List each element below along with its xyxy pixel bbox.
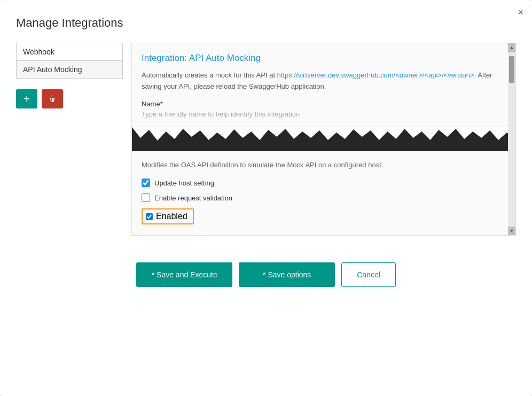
enabled-highlight: Enabled xyxy=(142,208,194,224)
list-actions: + xyxy=(16,89,123,108)
top-content: Integration: API Auto Mocking Automatica… xyxy=(132,43,515,127)
bottom-content: Modifies the OAS API definition to simul… xyxy=(132,151,515,236)
scroll-up-button[interactable]: ▲ xyxy=(508,43,515,52)
bottom-description: Modifies the OAS API definition to simul… xyxy=(142,160,499,170)
scroll-thumb[interactable] xyxy=(509,56,514,83)
cancel-button[interactable]: Cancel xyxy=(341,262,396,287)
modal-footer: * Save and Execute * Save options Cancel xyxy=(16,252,516,287)
left-panel: Webhook API Auto Mocking + xyxy=(16,43,123,236)
save-execute-button[interactable]: * Save and Execute xyxy=(136,262,232,287)
update-host-row: Update host setting xyxy=(142,178,499,187)
integration-description: Automatically creates a mock for this AP… xyxy=(142,70,499,92)
trash-icon xyxy=(48,95,57,103)
save-options-button[interactable]: * Save options xyxy=(239,262,335,287)
sidebar-item-webhook[interactable]: Webhook xyxy=(16,43,123,60)
add-integration-button[interactable]: + xyxy=(16,89,37,108)
enable-request-label: Enable request validation xyxy=(154,194,232,202)
api-link[interactable]: https://virtserver.dev.swaggerhub.com/<o… xyxy=(277,71,474,79)
enabled-label: Enabled xyxy=(156,212,187,221)
name-placeholder-text: Type a friendly name to help identify th… xyxy=(142,110,499,118)
enabled-row: Enabled xyxy=(142,208,499,224)
enable-request-checkbox[interactable] xyxy=(142,193,150,202)
scrollbar[interactable]: ▲ ▼ xyxy=(508,43,515,235)
update-host-checkbox[interactable] xyxy=(142,178,150,187)
modal-title: Manage Integrations xyxy=(16,16,516,30)
integration-title: Integration: API Auto Mocking xyxy=(142,53,499,64)
delete-integration-button[interactable] xyxy=(42,89,63,108)
jagged-divider xyxy=(132,127,515,151)
modal-body: Webhook API Auto Mocking + Integration: … xyxy=(16,43,516,236)
modal-container: × Manage Integrations Webhook API Auto M… xyxy=(0,0,532,396)
enable-request-row: Enable request validation xyxy=(142,193,499,202)
right-panel: Integration: API Auto Mocking Automatica… xyxy=(131,43,516,236)
scroll-down-button[interactable]: ▼ xyxy=(508,227,515,235)
jagged-svg xyxy=(132,127,515,151)
update-host-label: Update host setting xyxy=(154,179,214,187)
enabled-checkbox[interactable] xyxy=(146,213,153,220)
desc-part1: Automatically creates a mock for this AP… xyxy=(142,71,277,79)
close-button[interactable]: × xyxy=(518,7,523,17)
scroll-track xyxy=(508,52,515,227)
sidebar-item-api-auto-mocking[interactable]: API Auto Mocking xyxy=(16,60,123,79)
name-label: Name* xyxy=(142,100,499,108)
